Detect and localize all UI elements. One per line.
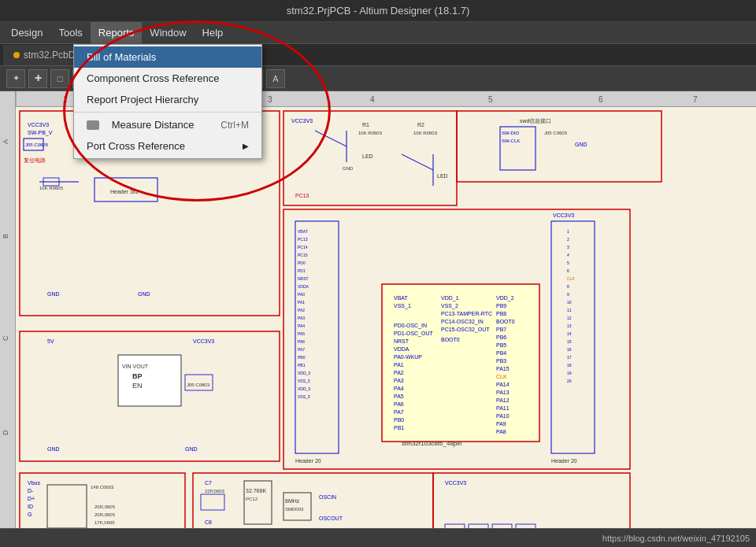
svg-text:20R,0605: 20R,0605 [94,504,116,509]
menu-tools[interactable]: Tools [50,22,90,44]
svg-text:stm32f103c8t6_48pin: stm32f103c8t6_48pin [402,440,462,447]
svg-text:C: C [2,335,9,341]
svg-text:12: 12 [567,316,572,320]
menu-help[interactable]: Help [195,22,232,44]
svg-text:PA1: PA1 [298,300,305,305]
svg-text:PC15-OSC32_OUT: PC15-OSC32_OUT [441,327,490,333]
svg-text:C7: C7 [205,480,212,486]
title-bar: stm32.PrjPCB - Altium Designer (18.1.7) [0,0,756,22]
svg-text:Header 20: Header 20 [551,458,577,464]
svg-text:PC15: PC15 [298,253,308,257]
svg-text:GND: GND [138,291,150,297]
svg-text:PA3: PA3 [394,378,404,383]
svg-text:GND: GND [47,446,60,452]
toolbar-btn-add[interactable]: ✚ [28,69,47,88]
svg-text:16: 16 [567,347,572,352]
svg-text:PA6: PA6 [394,401,404,407]
svg-text:OSCIN: OSCIN [319,494,336,500]
svg-text:EN: EN [132,382,143,390]
svg-text:NRST: NRST [298,276,309,281]
svg-text:VDD_3: VDD_3 [298,386,310,391]
svg-text:6: 6 [598,95,603,104]
svg-text:20: 20 [567,379,572,383]
svg-text:Header 20: Header 20 [295,458,321,464]
title-text: stm32.PrjPCB - Altium Designer (18.1.7) [287,5,470,17]
svg-text:NRST: NRST [394,338,410,344]
dropdown-item-ccr[interactable]: Component Cross Reference [74,68,261,89]
toolbar-btn-rect[interactable]: □ [50,69,69,88]
svg-text:32.768K: 32.768K [246,488,266,493]
svg-text:PA12: PA12 [496,397,510,403]
svg-text:J05 C0605: J05 C0605 [544,131,568,135]
status-url: https://blog.csdn.net/weixin_47192105 [602,534,750,543]
svg-text:PA7: PA7 [394,409,404,415]
dropdown-item-rph[interactable]: Report Project Hierarchy [74,89,261,110]
menu-reports[interactable]: Reports [91,22,143,44]
svg-text:5V: 5V [47,338,54,344]
svg-text:PB5: PB5 [496,342,506,348]
svg-rect-110 [551,221,595,453]
svg-text:GND: GND [47,291,60,297]
svg-text:3: 3 [268,95,272,104]
svg-text:6: 6 [567,268,569,273]
svg-text:GND: GND [185,446,198,452]
svg-text:VSS_3: VSS_3 [298,394,310,399]
svg-text:PA2: PA2 [298,308,305,312]
svg-text:B: B [2,234,9,238]
svg-text:7: 7 [693,95,698,104]
svg-text:C8: C8 [205,519,212,525]
svg-text:1: 1 [567,229,569,234]
svg-text:PA0-WKUP: PA0-WKUP [394,354,422,360]
svg-rect-150 [201,494,224,510]
svg-text:SW-PB_V: SW-PB_V [28,130,53,136]
pcr-label: Port Cross Reference [87,140,185,152]
svg-text:PB1: PB1 [394,425,404,431]
reports-dropdown: Bill of Materials Component Cross Refere… [73,44,262,159]
svg-text:VCC3V3: VCC3V3 [553,213,574,218]
svg-text:PA9: PA9 [496,421,506,427]
svg-text:VCC3V3: VCC3V3 [291,118,313,124]
dropdown-item-pcr[interactable]: Port Cross Reference [74,135,261,157]
toolbar-btn-text[interactable]: A [266,69,285,88]
svg-text:CLK: CLK [567,276,575,281]
svg-text:Header 3x2: Header 3x2 [110,189,139,194]
svg-text:1: 1 [63,95,68,104]
svg-text:SW-CLK: SW-CLK [502,139,520,143]
svg-rect-25 [457,111,662,182]
svg-text:5: 5 [488,95,493,104]
svg-text:PB1: PB1 [298,363,306,368]
dropdown-item-bom[interactable]: Bill of Materials [74,46,261,68]
svg-text:19: 19 [567,371,572,375]
svg-text:J05 C0803: J05 C0803 [187,383,210,387]
svg-text:PA10: PA10 [496,413,510,419]
svg-text:PC14-OSC32_IN: PC14-OSC32_IN [441,319,484,325]
schematic-svg: VCC3V3 SW-PB_V J05 C0605 复位电路 Header 3x2… [16,107,756,528]
svg-text:5: 5 [567,261,569,265]
dropdown-sep [74,112,261,113]
svg-text:PA5: PA5 [298,331,305,336]
svg-text:PA4: PA4 [298,323,305,328]
svg-text:PC12: PC12 [246,497,258,501]
status-bar: https://blog.csdn.net/weixin_47192105 [0,528,756,547]
toolbar-btn-filter[interactable]: ✦ [6,69,25,88]
svg-text:2: 2 [567,237,569,242]
svg-text:17: 17 [567,355,572,360]
svg-text:GND: GND [575,142,587,147]
svg-text:PC13: PC13 [295,193,309,198]
svg-text:G: G [28,512,32,517]
svg-text:22P,0603: 22P,0603 [205,489,225,493]
svg-text:VDD_1: VDD_1 [441,295,459,301]
svg-text:SW-DIO: SW-DIO [502,131,520,135]
svg-text:18: 18 [567,363,572,368]
svg-text:PA13: PA13 [496,390,510,395]
bom-label: Bill of Materials [87,51,156,63]
svg-text:BOOT0: BOOT0 [441,337,460,342]
svg-text:8: 8 [567,284,569,289]
dropdown-item-md[interactable]: Measure Distance Ctrl+M [74,114,261,135]
svg-text:PD0: PD0 [298,261,306,265]
menu-design[interactable]: Design [3,22,50,44]
menu-window[interactable]: Window [142,22,194,44]
svg-text:VIN VOUT: VIN VOUT [122,364,149,369]
svg-text:PB9: PB9 [496,303,506,309]
svg-text:PA15: PA15 [496,366,510,371]
